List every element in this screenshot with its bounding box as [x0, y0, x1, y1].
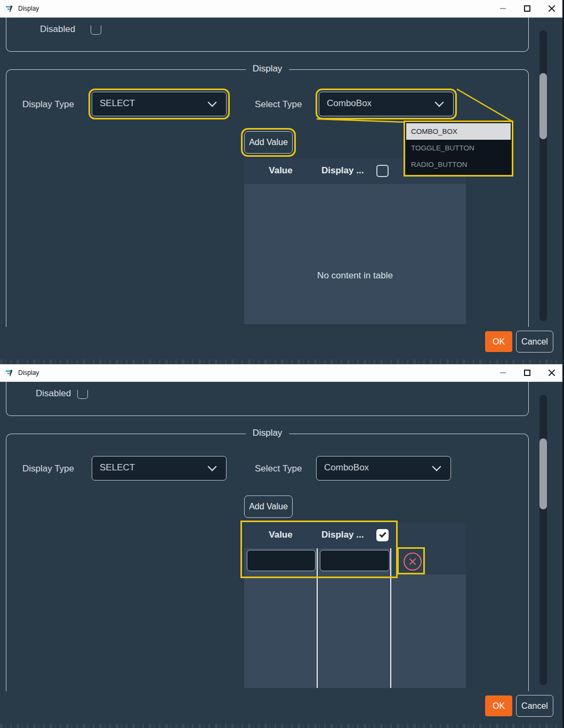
column-header-display: Display ... [321, 165, 364, 176]
background-text-strip [0, 359, 564, 364]
background-text-strip [0, 724, 564, 728]
app-icon [5, 4, 14, 13]
chevron-down-icon [208, 462, 217, 471]
scrollbar-thumb[interactable] [539, 73, 547, 139]
add-value-button[interactable]: Add Value [244, 495, 293, 518]
values-table: Value Display ... No content in table [244, 158, 466, 324]
close-icon [548, 5, 555, 12]
chevron-down-icon [435, 98, 444, 107]
disabled-checkbox[interactable] [77, 390, 88, 399]
ok-button[interactable]: OK [485, 331, 512, 352]
minimize-button[interactable] [490, 0, 515, 17]
annotation-table-highlight [240, 521, 398, 578]
display-type-label: Display Type [22, 463, 74, 474]
close-button[interactable] [539, 364, 564, 381]
display-type-dropdown[interactable]: SELECT [92, 456, 227, 481]
vertical-scrollbar[interactable] [539, 395, 547, 685]
display-type-value: SELECT [100, 462, 135, 473]
maximize-button[interactable] [515, 364, 539, 381]
dialog-body: Disabled Display Display Type SELECT Sel… [0, 382, 564, 728]
select-type-label: Select Type [255, 99, 302, 110]
minimize-icon [500, 372, 506, 373]
select-type-dropdown[interactable]: ComboBox [319, 92, 454, 116]
minimize-icon [500, 8, 506, 9]
title-bar: Display [0, 364, 564, 382]
close-button[interactable] [539, 0, 564, 17]
general-groupbox [6, 13, 529, 52]
cancel-button[interactable]: Cancel [516, 331, 553, 353]
title-bar: Display [0, 0, 564, 18]
dialog-body: Disabled Display Display Type SELECT Sel… [0, 18, 564, 364]
vertical-scrollbar[interactable] [539, 30, 547, 321]
display-group-title: Display [246, 63, 289, 74]
disabled-label: Disabled [40, 24, 75, 35]
display-column-checkbox[interactable] [376, 165, 389, 177]
scrollbar-thumb[interactable] [539, 438, 547, 509]
option-toggle-button[interactable]: TOGGLE_BUTTON [406, 140, 511, 156]
window-title: Display [18, 5, 39, 12]
cancel-button[interactable]: Cancel [516, 695, 553, 717]
display-type-value: SELECT [100, 98, 135, 109]
display-dialog-state1: Display Disabled Display Display Type SE… [0, 0, 564, 364]
option-radio-button[interactable]: RADIO_BUTTON [406, 156, 511, 173]
add-value-button[interactable]: Add Value [244, 131, 293, 154]
display-dialog-state2: Display Disabled Display Display Type SE… [0, 364, 564, 728]
maximize-icon [524, 5, 530, 12]
annotation-delete-highlight [397, 547, 425, 574]
maximize-button[interactable] [515, 0, 539, 17]
table-empty-placeholder: No content in table [244, 270, 466, 281]
select-type-value: ComboBox [327, 98, 372, 109]
select-type-options-popup: COMBO_BOX TOGGLE_BUTTON RADIO_BUTTON [404, 121, 513, 177]
select-type-label: Select Type [255, 463, 302, 474]
display-group-title: Display [246, 428, 289, 438]
maximize-icon [524, 370, 530, 376]
disabled-label: Disabled [36, 388, 71, 399]
chevron-down-icon [432, 462, 441, 471]
display-type-label: Display Type [22, 99, 74, 110]
select-type-value: ComboBox [324, 462, 369, 473]
app-icon [5, 369, 14, 378]
table-body: No content in table [244, 184, 466, 324]
chevron-down-icon [208, 98, 217, 107]
window-title: Display [18, 369, 39, 377]
disabled-checkbox[interactable] [91, 26, 101, 35]
minimize-button[interactable] [490, 364, 515, 381]
close-icon [548, 369, 555, 377]
select-type-dropdown[interactable]: ComboBox [316, 456, 451, 481]
option-combo-box[interactable]: COMBO_BOX [406, 123, 511, 140]
column-header-value: Value [244, 165, 317, 176]
ok-button[interactable]: OK [485, 695, 512, 716]
display-type-dropdown[interactable]: SELECT [92, 92, 227, 116]
